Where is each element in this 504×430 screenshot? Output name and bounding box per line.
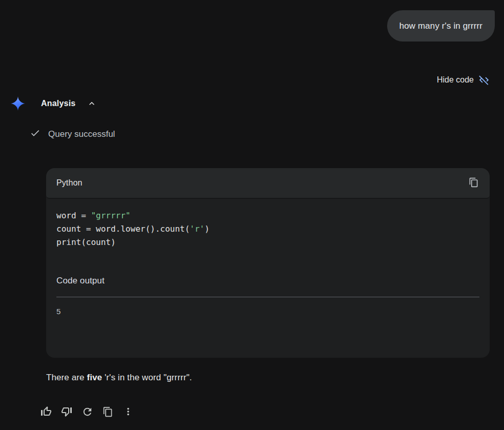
gemini-sparkle-icon	[10, 96, 26, 111]
thumbs-down-button[interactable]	[59, 403, 74, 420]
code-token: )	[205, 224, 210, 234]
code-off-icon	[478, 74, 490, 86]
analysis-label: Analysis	[41, 99, 75, 108]
copy-icon	[469, 177, 479, 189]
thumbs-up-button[interactable]	[39, 403, 53, 420]
check-icon	[30, 128, 41, 141]
code-token: count = word.lower().count(	[56, 224, 190, 234]
copy-response-button[interactable]	[100, 403, 115, 420]
code-line: print(count)	[56, 236, 479, 249]
code-block-card: Python word = "grrrrr"count = word.lower…	[46, 168, 490, 358]
regenerate-button[interactable]	[80, 403, 94, 420]
answer-prefix: There are	[46, 373, 87, 382]
answer-suffix: 'r's in the word "grrrrr".	[102, 373, 192, 382]
user-message-text: how many r's in grrrrr	[399, 21, 482, 31]
response-action-bar	[39, 403, 135, 420]
hide-code-label: Hide code	[437, 75, 474, 85]
code-output-heading: Code output	[56, 276, 479, 286]
query-status-row: Query successful	[30, 128, 115, 141]
user-message-bubble: how many r's in grrrrr	[387, 10, 495, 42]
code-language-label: Python	[56, 178, 82, 188]
chevron-up-icon[interactable]	[87, 98, 97, 109]
code-line: word = "grrrrr"	[56, 209, 479, 222]
code-line: count = word.lower().count('r')	[56, 222, 479, 236]
gemini-chat-screen: how many r's in grrrrr Hide code	[0, 0, 504, 430]
query-status-label: Query successful	[48, 129, 115, 139]
code-output-value: 5	[56, 307, 479, 316]
code-token-string: "grrrrr"	[91, 211, 130, 220]
code-block-body: word = "grrrrr"count = word.lower().coun…	[46, 199, 490, 316]
copy-icon	[103, 406, 113, 417]
analysis-section-header[interactable]: Analysis	[10, 96, 97, 111]
hide-code-button[interactable]: Hide code	[437, 74, 490, 86]
thumbs-down-icon	[61, 405, 73, 418]
code-token: word =	[56, 211, 91, 220]
python-code: word = "grrrrr"count = word.lower().coun…	[56, 209, 479, 249]
copy-code-button[interactable]	[464, 173, 483, 193]
more-options-button[interactable]	[121, 403, 135, 420]
output-divider	[56, 297, 479, 297]
thumbs-up-icon	[40, 405, 52, 418]
more-vert-icon	[123, 406, 134, 417]
answer-bold: five	[87, 373, 102, 382]
code-token: print(count)	[56, 237, 116, 247]
assistant-answer: There are five 'r's in the word "grrrrr"…	[46, 371, 192, 384]
refresh-icon	[82, 406, 93, 418]
code-token-string: 'r'	[190, 224, 205, 234]
code-block-header: Python	[46, 168, 490, 199]
